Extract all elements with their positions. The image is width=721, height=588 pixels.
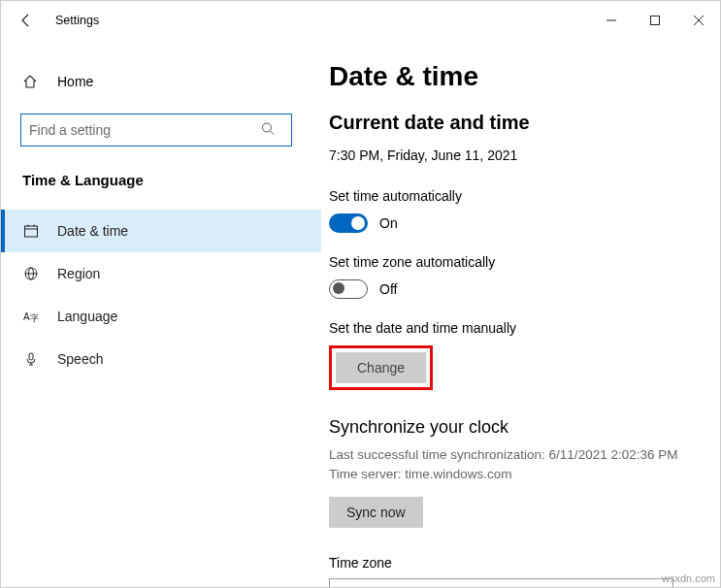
auto-tz-state: Off [379, 281, 397, 297]
body: Home Time & Language Date & time Region … [1, 40, 720, 587]
home-icon [22, 74, 40, 89]
svg-line-5 [271, 131, 275, 135]
settings-window: Settings Home Time & Language Date & tim… [0, 0, 721, 588]
main-content: Date & time Current date and time 7:30 P… [321, 40, 720, 587]
calendar-icon [22, 223, 40, 239]
auto-time-label: Set time automatically [329, 188, 720, 204]
sync-now-button[interactable]: Sync now [329, 497, 423, 528]
globe-icon [22, 266, 40, 281]
language-icon: A字 [22, 309, 40, 324]
minimize-button[interactable] [589, 5, 633, 36]
sidebar-item-label: Speech [57, 351, 103, 367]
toggle-knob [351, 216, 365, 230]
home-label: Home [57, 74, 93, 89]
sidebar-item-label: Date & time [57, 223, 128, 239]
current-datetime: 7:30 PM, Friday, June 11, 2021 [329, 147, 720, 163]
auto-tz-label: Set time zone automatically [329, 254, 720, 270]
svg-rect-15 [29, 353, 33, 360]
sync-info: Last successful time synchronization: 6/… [329, 445, 720, 485]
subtitle: Current date and time [329, 112, 720, 134]
auto-tz-toggle[interactable] [329, 279, 368, 299]
change-button[interactable]: Change [336, 352, 426, 383]
auto-time-toggle[interactable] [329, 213, 368, 233]
sidebar-item-date-time[interactable]: Date & time [1, 210, 321, 252]
svg-rect-6 [25, 226, 38, 237]
sync-title: Synchronize your clock [329, 417, 720, 438]
toggle-knob [333, 282, 344, 294]
timezone-label: Time zone [329, 555, 720, 571]
titlebar: Settings [1, 1, 720, 40]
svg-text:A: A [23, 311, 30, 322]
microphone-icon [22, 351, 40, 367]
section-header: Time & Language [1, 172, 321, 188]
sidebar: Home Time & Language Date & time Region … [1, 40, 321, 587]
search-input[interactable] [20, 114, 292, 147]
sidebar-item-language[interactable]: A字 Language [1, 295, 321, 338]
timezone-select[interactable]: (UTC+05:30) Chennai, Kolkata, Mumbai, Ne… [329, 578, 673, 588]
home-nav[interactable]: Home [1, 67, 321, 96]
manual-label: Set the date and time manually [329, 320, 720, 336]
sidebar-item-label: Region [57, 266, 100, 281]
back-button[interactable] [16, 13, 36, 28]
timezone-value: (UTC+05:30) Chennai, Kolkata, Mumbai, Ne… [338, 587, 649, 588]
svg-point-4 [263, 123, 272, 132]
close-button[interactable] [676, 5, 720, 36]
sync-server: Time server: time.windows.com [329, 465, 720, 484]
sync-last: Last successful time synchronization: 6/… [329, 445, 720, 465]
watermark: wsxdn.com [662, 572, 715, 584]
svg-rect-1 [650, 16, 659, 25]
auto-time-state: On [379, 215, 398, 231]
highlight-box: Change [329, 345, 433, 390]
svg-text:字: 字 [30, 313, 39, 323]
sidebar-item-label: Language [57, 309, 117, 324]
sidebar-item-region[interactable]: Region [1, 252, 321, 295]
arrow-left-icon [18, 13, 34, 28]
window-title: Settings [55, 14, 99, 27]
sidebar-item-speech[interactable]: Speech [1, 338, 321, 380]
window-controls [589, 5, 720, 36]
search-icon [261, 122, 275, 139]
page-title: Date & time [329, 61, 720, 92]
search-box [20, 114, 302, 147]
maximize-button[interactable] [633, 5, 676, 36]
